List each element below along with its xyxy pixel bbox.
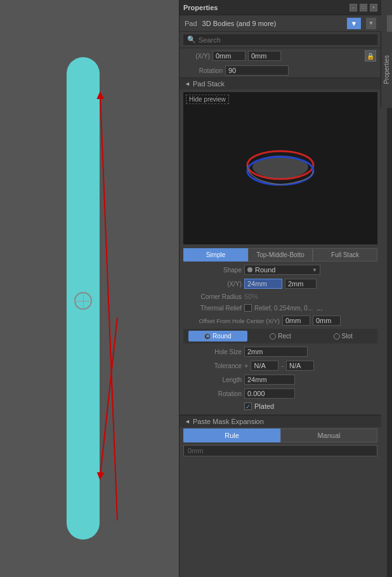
- offset-x-input[interactable]: [282, 315, 310, 326]
- rule-manual-tab-row: Rule Manual: [183, 428, 377, 442]
- side-properties-tab[interactable]: Properties: [381, 32, 392, 108]
- tolerance-minus: -: [281, 362, 284, 369]
- paste-mask-input[interactable]: [183, 445, 377, 456]
- corner-radius-label: Corner Radius: [185, 293, 242, 300]
- hole-rotation-label: Rotation: [185, 390, 242, 397]
- pad-type-bar: Pad 3D Bodies (and 9 more) ▼ ▼: [180, 15, 381, 32]
- title-bar: Properties – □ ×: [180, 0, 381, 15]
- shape-dot-icon: [247, 267, 252, 272]
- check-icon: ✓: [245, 403, 251, 410]
- hole-size-row: Hole Size: [180, 345, 381, 359]
- paste-mask-section: ◄ Paste Mask Expansion Rule Manual: [180, 415, 381, 458]
- shape-dropdown-arrow-icon: ▼: [312, 267, 317, 273]
- paste-mask-label: Paste Mask Expansion: [193, 418, 264, 425]
- offset-row: Offset From Hole Center (X/Y): [180, 314, 381, 328]
- hole-size-input[interactable]: [244, 347, 308, 357]
- thermal-relief-value: Relief, 0.254mm, 0...: [254, 305, 313, 312]
- rotation-row: Rotation: [180, 63, 381, 77]
- stack-tab-row: Simple Top-Middle-Botto Full Stack: [183, 248, 377, 262]
- properties-panel: Properties – □ × Pad 3D Bodies (and 9 mo…: [179, 0, 392, 577]
- xy-y-input[interactable]: [285, 279, 317, 289]
- tolerance-plus-input[interactable]: [251, 361, 278, 371]
- paste-toggle-icon[interactable]: ◄: [185, 418, 190, 425]
- thermal-relief-checkbox[interactable]: [244, 304, 252, 312]
- search-input-wrap: 🔍: [183, 34, 377, 45]
- hole-type-rect-option[interactable]: Rect: [251, 331, 310, 342]
- thermal-relief-more-icon[interactable]: ...: [317, 304, 322, 312]
- search-icon: 🔍: [187, 36, 196, 44]
- paste-mask-header: ◄ Paste Mask Expansion: [180, 415, 381, 427]
- round-radio-inner: [206, 335, 209, 338]
- tolerance-row: Tolerance + -: [180, 359, 381, 373]
- shape-dropdown[interactable]: Round ▼: [244, 265, 320, 275]
- minimize-button[interactable]: –: [350, 4, 357, 11]
- round-radio-label: Round: [212, 333, 231, 340]
- pad-stack-header: ◄ Pad Stack: [180, 77, 381, 90]
- full-stack-tab[interactable]: Full Stack: [313, 248, 377, 262]
- hide-preview-button[interactable]: Hide preview: [186, 95, 229, 104]
- rotation-input[interactable]: [225, 65, 289, 76]
- manual-tab[interactable]: Manual: [280, 428, 377, 442]
- tolerance-plus: +: [244, 362, 248, 369]
- xy-row: (X/Y): [180, 277, 381, 291]
- y-coord-input[interactable]: [248, 51, 281, 61]
- length-label: Length: [185, 376, 242, 383]
- toggle-icon[interactable]: ◄: [185, 81, 190, 87]
- lock-button[interactable]: 🔒: [365, 50, 376, 62]
- thermal-relief-row: Thermal Relief Relief, 0.254mm, 0... ...: [180, 302, 381, 314]
- coordinates-row: (X/Y) 🔒: [180, 48, 381, 63]
- hole-type-round-option[interactable]: Round: [188, 331, 247, 342]
- panel-inner: Properties – □ × Pad 3D Bodies (and 9 mo…: [180, 0, 381, 577]
- plated-label: Plated: [254, 402, 274, 410]
- canvas-area: [0, 0, 179, 577]
- title-controls: – □ ×: [350, 4, 377, 11]
- xy-x-input[interactable]: [244, 279, 282, 289]
- dropdown-button[interactable]: ▼: [366, 18, 376, 29]
- length-input[interactable]: [244, 375, 295, 385]
- hole-rotation-row: Rotation: [180, 387, 381, 401]
- rotation-label: Rotation: [185, 67, 223, 74]
- shape-value: Round: [255, 266, 310, 274]
- svg-line-1: [100, 317, 117, 476]
- side-tab-label: Properties: [383, 55, 390, 84]
- restore-button[interactable]: □: [360, 4, 367, 11]
- plated-checkbox[interactable]: ✓: [244, 402, 252, 410]
- shape-label: Shape: [185, 267, 242, 274]
- simple-tab[interactable]: Simple: [183, 248, 248, 262]
- coord-label: (X/Y): [185, 53, 210, 60]
- filter-button[interactable]: ▼: [347, 18, 361, 29]
- panel-title: Properties: [183, 4, 218, 11]
- pad-value: 3D Bodies (and 9 more): [202, 20, 277, 27]
- shape-row: Shape Round ▼: [180, 263, 381, 277]
- tolerance-minus-input[interactable]: [286, 361, 314, 371]
- plated-row: ✓ Plated: [180, 401, 381, 412]
- preview-area: Hide preview: [183, 92, 377, 244]
- hole-rotation-input[interactable]: [244, 388, 295, 399]
- corner-radius-value: 50%: [244, 293, 258, 300]
- offset-y-input[interactable]: [313, 315, 341, 326]
- corner-radius-row: Corner Radius 50%: [180, 291, 381, 302]
- rule-tab[interactable]: Rule: [183, 428, 280, 442]
- hole-size-label: Hole Size: [185, 348, 242, 355]
- tolerance-label: Tolerance: [185, 362, 242, 369]
- top-middle-bottom-tab[interactable]: Top-Middle-Botto: [248, 248, 313, 262]
- rect-radio-label: Rect: [278, 333, 291, 340]
- svg-line-0: [100, 95, 117, 521]
- hole-type-radio-row: Round Rect Slot: [183, 329, 377, 343]
- slot-radio-label: Slot: [342, 333, 353, 340]
- rect-radio-circle: [270, 333, 276, 340]
- xy-label: (X/Y): [185, 281, 242, 288]
- length-row: Length: [180, 373, 381, 387]
- x-coord-input[interactable]: [212, 51, 245, 61]
- hole-type-slot-option[interactable]: Slot: [313, 331, 372, 342]
- offset-label: Offset From Hole Center (X/Y): [185, 317, 280, 324]
- 3d-ring-visualization: [236, 143, 325, 194]
- pad-stack-label: Pad Stack: [193, 80, 225, 88]
- search-input[interactable]: [199, 36, 374, 44]
- close-button[interactable]: ×: [370, 4, 377, 11]
- thermal-relief-label: Thermal Relief: [185, 305, 242, 312]
- search-bar: 🔍: [180, 32, 381, 48]
- slot-radio-circle: [334, 333, 340, 340]
- round-radio-circle: [204, 333, 211, 340]
- pad-label: Pad: [185, 20, 197, 27]
